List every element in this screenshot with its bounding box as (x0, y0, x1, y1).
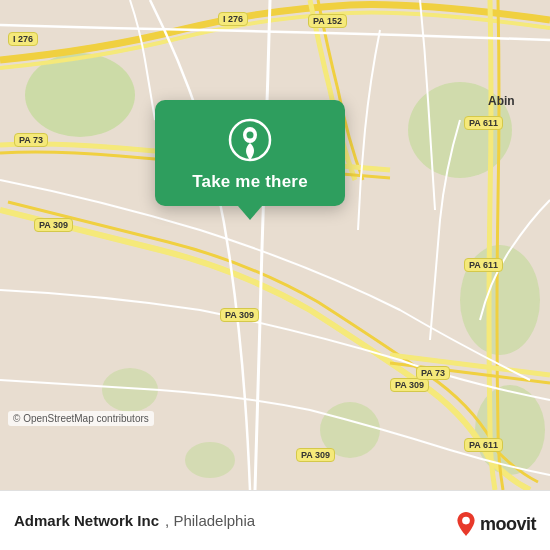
business-city: , (165, 512, 173, 529)
road-label-pa309-bot: PA 309 (296, 448, 335, 462)
road-label-pa611-bot: PA 611 (464, 438, 503, 452)
business-city-name: Philadelphia (173, 512, 255, 529)
osm-attribution: © OpenStreetMap contributors (8, 411, 154, 426)
svg-point-10 (247, 132, 254, 139)
moovit-text: moovit (480, 514, 536, 535)
moovit-logo: moovit (456, 512, 536, 536)
road-label-i276-top: I 276 (218, 12, 248, 26)
road-label-pa611-top: PA 611 (464, 116, 503, 130)
business-name: Admark Network Inc (14, 512, 159, 529)
location-pin-icon (228, 118, 272, 162)
road-label-pa309-mid1: PA 309 (220, 308, 259, 322)
bottom-bar: Admark Network Inc , Philadelphia moovit (0, 490, 550, 550)
take-me-there-label: Take me there (192, 172, 308, 192)
road-label-pa611-mid: PA 611 (464, 258, 503, 272)
popup-card[interactable]: Take me there (155, 100, 345, 206)
moovit-pin-icon (456, 512, 476, 536)
svg-point-7 (185, 442, 235, 478)
svg-point-11 (462, 517, 470, 525)
map-container: I 276 I 276 PA 152 PA 73 PA 309 PA 309 P… (0, 0, 550, 490)
road-label-pa73-left: PA 73 (14, 133, 48, 147)
road-label-pa152: PA 152 (308, 14, 347, 28)
road-label-pa309-left: PA 309 (34, 218, 73, 232)
road-label-pa73-right: PA 73 (416, 366, 450, 380)
city-label-abin: Abin (488, 94, 515, 108)
svg-point-1 (25, 53, 135, 137)
road-label-pa309-mid2: PA 309 (390, 378, 429, 392)
road-label-i276-left: I 276 (8, 32, 38, 46)
